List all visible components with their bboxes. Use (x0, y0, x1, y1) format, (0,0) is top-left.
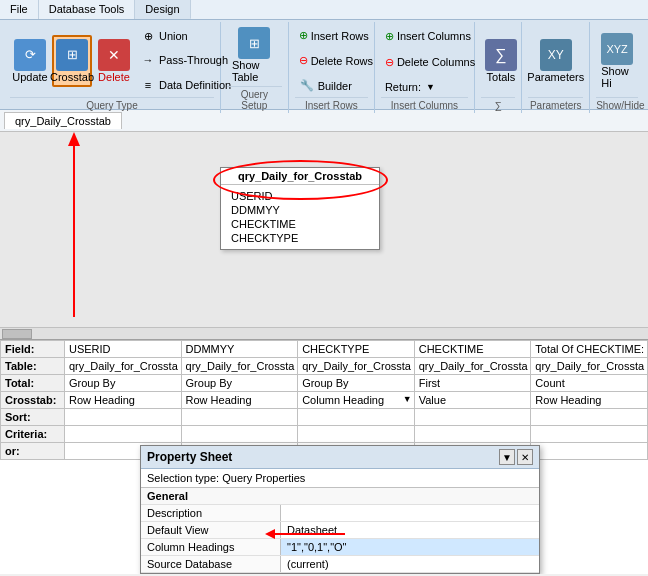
parameters-button[interactable]: XY Parameters (528, 36, 583, 86)
grid-table: Field: USERID DDMMYY CHECKTYPE CHECKTIME… (0, 340, 648, 460)
table-box: qry_Daily_for_Crosstab USERID DDMMYY CHE… (220, 167, 380, 250)
parameters-group-label: Parameters (528, 97, 583, 111)
grid-cell-userid[interactable]: USERID (64, 341, 181, 358)
sort-cell-1[interactable] (181, 409, 298, 426)
criteria-cell-2[interactable] (298, 426, 415, 443)
prop-value-default-view[interactable]: Datasheet (281, 522, 539, 538)
crosstab-cell-1[interactable]: Row Heading (181, 392, 298, 409)
table-cell-0[interactable]: qry_Daily_for_Crossta (64, 358, 181, 375)
table-box-fields: USERID DDMMYY CHECKTIME CHECKTYPE (221, 185, 379, 249)
totals-button[interactable]: ∑ Totals (481, 36, 521, 86)
crosstab-row-label: Crosstab: (1, 392, 65, 409)
table-box-header: qry_Daily_for_Crosstab (221, 168, 379, 185)
update-icon: ⟳ (14, 39, 46, 71)
svg-marker-1 (68, 132, 80, 146)
delete-columns-label: Delete Columns (397, 56, 475, 68)
property-sheet-pin-button[interactable]: ▼ (499, 449, 515, 465)
total-cell-2[interactable]: Group By (298, 375, 415, 392)
crosstab-cell-2[interactable]: Column Heading ▼ (298, 392, 415, 409)
tab-design[interactable]: Design (135, 0, 190, 19)
table-row-label: Table: (1, 358, 65, 375)
prop-value-column-headings[interactable]: "1","0,1","O" (281, 539, 539, 555)
builder-button[interactable]: 🔧 Builder (295, 76, 368, 96)
insert-rows-button[interactable]: ⊕ Insert Rows (295, 26, 368, 46)
grid-row-field: Field: USERID DDMMYY CHECKTYPE CHECKTIME… (1, 341, 648, 358)
grid-cell-ddmmyy[interactable]: DDMMYY (181, 341, 298, 358)
criteria-cell-3[interactable] (414, 426, 531, 443)
total-cell-1[interactable]: Group By (181, 375, 298, 392)
ribbon: File Database Tools Design ⟳ Update ⊞ Cr… (0, 0, 648, 110)
return-dropdown[interactable]: Return: ▼ (381, 79, 468, 95)
totals-buttons: ∑ Totals (481, 24, 515, 97)
dropdown-arrow[interactable]: ▼ (403, 394, 412, 404)
ribbon-query-type-buttons: ⟳ Update ⊞ Crosstab ✕ Delete ⊕ Union (10, 24, 214, 97)
crosstab-cell-3[interactable]: Value (414, 392, 531, 409)
total-cell-4[interactable]: Count (531, 375, 648, 392)
grid-area: Field: USERID DDMMYY CHECKTYPE CHECKTIME… (0, 339, 648, 574)
selection-type-value: Query Properties (222, 472, 305, 484)
builder-icon: 🔧 (299, 78, 315, 94)
table-cell-2[interactable]: qry_Daily_for_Crossta (298, 358, 415, 375)
or-cell-4[interactable] (531, 443, 648, 460)
delete-label: Delete (98, 71, 130, 83)
sort-cell-3[interactable] (414, 409, 531, 426)
show-table-button[interactable]: ⊞ Show Table (227, 24, 282, 86)
prop-value-description[interactable] (281, 505, 539, 521)
update-label: Update (12, 71, 47, 83)
property-sheet-selection: Selection type: Query Properties (141, 469, 539, 488)
delete-columns-button[interactable]: ⊖ Delete Columns (381, 52, 468, 72)
grid-row-table: Table: qry_Daily_for_Crossta qry_Daily_f… (1, 358, 648, 375)
crosstab-cell-0[interactable]: Row Heading (64, 392, 181, 409)
property-sheet: Property Sheet ▼ ✕ Selection type: Query… (140, 445, 540, 574)
show-hide-label: Show Hi (601, 65, 633, 89)
sort-cell-0[interactable] (64, 409, 181, 426)
total-cell-0[interactable]: Group By (64, 375, 181, 392)
property-sheet-close-button[interactable]: ✕ (517, 449, 533, 465)
tab-database-tools[interactable]: Database Tools (39, 0, 136, 19)
prop-row-default-view: Default View Datasheet (141, 522, 539, 539)
crosstab-cell-4[interactable]: Row Heading (531, 392, 648, 409)
criteria-cell-1[interactable] (181, 426, 298, 443)
field-ddmmyy: DDMMYY (229, 203, 371, 217)
show-table-label: Show Table (232, 59, 277, 83)
grid-cell-total[interactable]: Total Of CHECKTIME: (531, 341, 648, 358)
prop-row-description: Description (141, 505, 539, 522)
update-button[interactable]: ⟳ Update (10, 36, 50, 86)
query-tab-crosstab[interactable]: qry_Daily_Crosstab (4, 112, 122, 129)
crosstab-button[interactable]: ⊞ Crosstab (52, 35, 92, 87)
union-icon: ⊕ (140, 28, 156, 44)
field-checktime: CHECKTIME (229, 217, 371, 231)
scrollbar-thumb[interactable] (2, 329, 32, 339)
criteria-cell-4[interactable] (531, 426, 648, 443)
delete-rows-label: Delete Rows (311, 55, 373, 67)
grid-row-sort: Sort: (1, 409, 648, 426)
union-label: Union (159, 30, 188, 42)
grid-cell-checktype[interactable]: CHECKTYPE (298, 341, 415, 358)
delete-button[interactable]: ✕ Delete (94, 36, 134, 86)
delete-icon: ✕ (98, 39, 130, 71)
show-table-group-label: Query Setup (227, 86, 282, 111)
ribbon-group-parameters: XY Parameters Parameters (522, 22, 590, 113)
property-sheet-controls: ▼ ✕ (499, 449, 533, 465)
delete-rows-button[interactable]: ⊖ Delete Rows (295, 51, 368, 71)
prop-label-source-database: Source Database (141, 556, 281, 572)
table-cell-4[interactable]: qry_Daily_for_Crossta (531, 358, 648, 375)
crosstab-icon: ⊞ (56, 39, 88, 71)
prop-value-source-database[interactable]: (current) (281, 556, 539, 572)
table-cell-3[interactable]: qry_Daily_for_Crossta (414, 358, 531, 375)
show-hide-group-label: Show/Hide (596, 97, 638, 111)
prop-label-column-headings: Column Headings (141, 539, 281, 555)
grid-row-crosstab: Crosstab: Row Heading Row Heading Column… (1, 392, 648, 409)
parameters-buttons: XY Parameters (528, 24, 583, 97)
tab-file[interactable]: File (0, 0, 39, 19)
insert-columns-button[interactable]: ⊕ Insert Columns (381, 26, 468, 46)
horizontal-scrollbar[interactable] (0, 327, 648, 339)
sort-cell-2[interactable] (298, 409, 415, 426)
grid-cell-checktime[interactable]: CHECKTIME (414, 341, 531, 358)
show-hide-buttons: XYZ Show Hi (596, 24, 638, 97)
sort-cell-4[interactable] (531, 409, 648, 426)
criteria-cell-0[interactable] (64, 426, 181, 443)
table-cell-1[interactable]: qry_Daily_for_Crossta (181, 358, 298, 375)
total-cell-3[interactable]: First (414, 375, 531, 392)
show-hide-button[interactable]: XYZ Show Hi (596, 30, 638, 92)
